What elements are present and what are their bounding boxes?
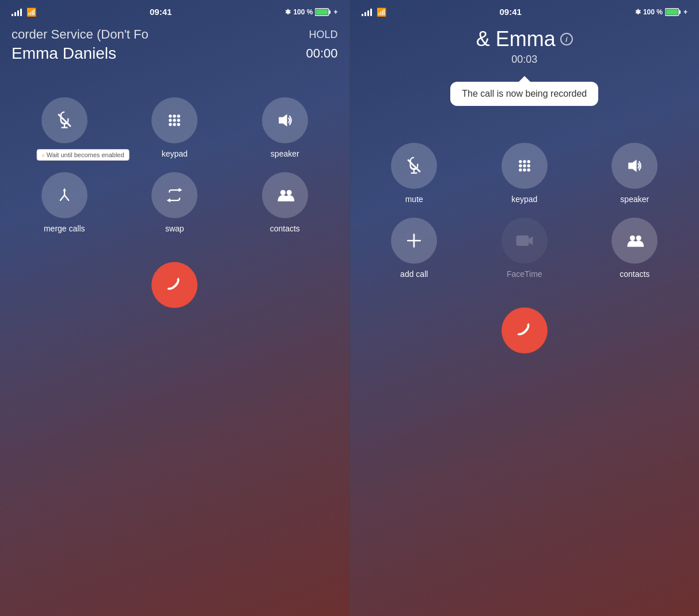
svg-marker-43 — [529, 237, 533, 245]
merge-calls-button[interactable] — [41, 172, 88, 218]
signal-bars-right — [362, 8, 372, 16]
svg-line-17 — [64, 195, 69, 200]
svg-rect-25 — [679, 10, 681, 14]
status-left-right: 📶 — [362, 7, 386, 17]
svg-point-11 — [177, 119, 180, 121]
contact-name-right: & Emma — [476, 27, 556, 51]
battery-icon-left — [315, 8, 331, 16]
contacts-button-wrapper-right: contacts — [584, 218, 686, 279]
status-left-left: 📶 — [12, 7, 36, 17]
facetime-button — [502, 218, 548, 264]
facetime-icon — [514, 230, 535, 251]
contacts-button-right[interactable] — [611, 218, 658, 264]
contacts-icon-left — [275, 185, 295, 206]
keypad-label: keypad — [162, 149, 188, 158]
svg-line-16 — [60, 195, 64, 200]
info-icon[interactable]: i — [560, 33, 573, 45]
mute-icon — [54, 110, 75, 131]
keypad-button[interactable] — [151, 97, 197, 143]
left-phone-screen: 📶 09:41 ✱ 100 % + corder Service (Don't … — [0, 0, 350, 616]
status-bar-left: 📶 09:41 ✱ 100 % + — [0, 0, 350, 21]
svg-point-31 — [523, 160, 526, 163]
end-call-button-left[interactable] — [151, 262, 197, 308]
battery-icon-right — [665, 8, 681, 16]
call-timer-right: 00:03 — [362, 54, 688, 66]
contacts-button-left[interactable] — [262, 172, 308, 218]
status-right-left: ✱ 100 % + — [285, 8, 337, 16]
swap-button-wrapper: swap — [124, 172, 226, 233]
contacts-icon-right — [624, 230, 645, 251]
svg-point-32 — [527, 160, 530, 163]
swap-label: swap — [165, 224, 184, 233]
speaker-label: speaker — [271, 149, 299, 158]
svg-point-12 — [169, 123, 172, 126]
battery-text-left: 100 % — [293, 8, 313, 16]
status-bar-right: 📶 09:41 ✱ 100 % + — [350, 0, 700, 21]
contact-name-left: Emma Daniels — [12, 44, 116, 63]
speaker-icon — [275, 110, 295, 131]
svg-point-36 — [519, 169, 522, 172]
call-header-left: corder Service (Don't Fo HOLD Emma Danie… — [0, 21, 350, 72]
svg-marker-21 — [167, 198, 170, 202]
add-call-label: add call — [400, 269, 428, 279]
mute-button-wrapper-right: mute — [364, 143, 465, 204]
svg-marker-15 — [279, 114, 287, 127]
signal-bar-r2 — [364, 12, 366, 16]
mute-button[interactable]: Wait until becomes enabled — [41, 97, 88, 143]
svg-point-22 — [280, 190, 286, 195]
status-right-right: ✱ 100 % + — [635, 8, 687, 16]
keypad-button-right[interactable] — [502, 143, 548, 189]
signal-bar-3 — [17, 10, 19, 16]
mute-label-right: mute — [405, 195, 423, 204]
keypad-button-wrapper: keypad — [124, 97, 226, 158]
swap-icon — [164, 185, 185, 206]
svg-point-33 — [519, 164, 522, 167]
svg-point-45 — [636, 235, 641, 241]
buttons-grid-left: Wait until becomes enabled mute ke — [0, 83, 350, 233]
contacts-button-wrapper-left: contacts — [234, 172, 336, 233]
svg-rect-26 — [666, 9, 678, 14]
speaker-button[interactable] — [262, 97, 308, 143]
keypad-icon — [164, 110, 185, 131]
svg-point-9 — [169, 119, 172, 121]
mute-button-right[interactable] — [391, 143, 437, 189]
svg-rect-1 — [329, 10, 331, 14]
svg-point-23 — [286, 190, 291, 195]
merge-icon — [54, 185, 75, 206]
swap-button[interactable] — [151, 172, 197, 218]
signal-bars-left — [12, 8, 22, 16]
svg-point-37 — [523, 169, 526, 172]
call-header-right: & Emma i 00:03 — [350, 21, 700, 70]
speaker-button-right[interactable] — [611, 143, 658, 189]
add-call-button[interactable] — [391, 218, 437, 264]
recording-tooltip-wrapper: The call is now being recorded — [350, 76, 700, 112]
time-left: 09:41 — [150, 7, 172, 17]
speaker-label-right: speaker — [620, 195, 649, 204]
mute-button-wrapper: Wait until becomes enabled mute — [14, 97, 115, 158]
speaker-button-wrapper: speaker — [234, 97, 336, 158]
wait-tooltip: Wait until becomes enabled — [36, 149, 129, 161]
signal-bar-r1 — [362, 14, 363, 16]
buttons-grid-right: mute keypad — [350, 129, 700, 279]
add-call-icon — [404, 230, 424, 251]
plus-icon-right: + — [683, 8, 687, 16]
battery-text-right: 100 % — [643, 8, 663, 16]
end-call-button-right[interactable] — [502, 307, 548, 353]
svg-point-35 — [527, 164, 530, 167]
end-call-icon-right — [514, 320, 535, 341]
svg-point-14 — [177, 123, 180, 126]
svg-point-30 — [519, 160, 522, 163]
recording-message: The call is now being recorded — [462, 89, 587, 98]
svg-point-38 — [527, 169, 530, 172]
end-call-wrapper-right — [350, 307, 700, 353]
call-timer-left: 00:00 — [306, 46, 337, 61]
call-service-name: corder Service (Don't Fo — [12, 27, 149, 42]
signal-bar-4 — [20, 9, 22, 16]
add-call-button-wrapper: add call — [364, 218, 465, 279]
contacts-label-right: contacts — [620, 269, 649, 279]
svg-point-6 — [169, 115, 172, 117]
bluetooth-icon-left: ✱ — [285, 8, 291, 16]
svg-point-34 — [523, 164, 526, 167]
svg-point-13 — [173, 123, 176, 126]
svg-point-8 — [177, 115, 180, 117]
